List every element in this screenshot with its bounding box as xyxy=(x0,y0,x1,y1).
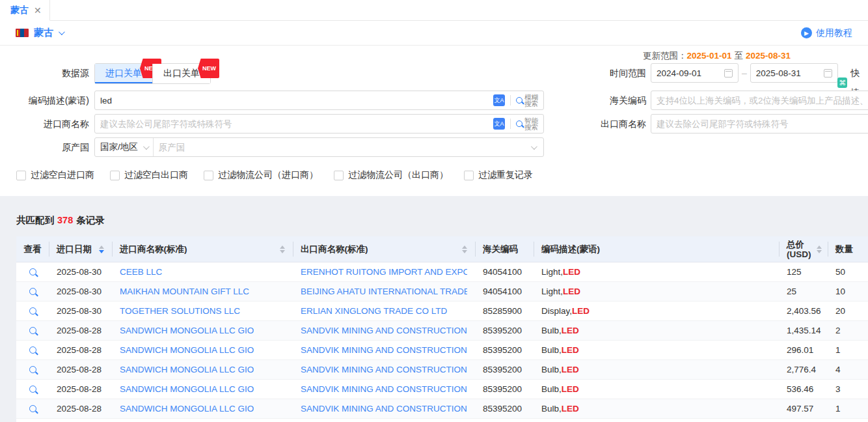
quantity-cell: 4 xyxy=(828,360,868,379)
exporter-link[interactable]: SANDVIK MINING AND CONSTRUCTION L... xyxy=(301,384,467,394)
col-hs-code: 海关编码 xyxy=(475,236,534,262)
exporter-link[interactable]: ERLIAN XINGLONG TRADE CO LTD xyxy=(301,306,447,316)
total-usd-cell: 2,403.56 xyxy=(779,302,828,320)
exporter-link[interactable]: SANDVIK MINING AND CONSTRUCTION L... xyxy=(301,345,467,355)
checkbox-filter-duplicates[interactable]: 过滤重复记录 xyxy=(464,169,533,181)
end-date-input[interactable]: 2025-08-31 xyxy=(750,63,838,83)
search-term-highlight: LED xyxy=(563,267,580,277)
fuzzy-search-label[interactable]: 模糊 搜索 xyxy=(524,94,538,107)
view-search-icon[interactable] xyxy=(29,386,36,393)
importer-link[interactable]: CEEB LLC xyxy=(120,267,162,277)
exporter-link[interactable]: BEIJING AHATU INTERNATIONAL TRADE C... xyxy=(301,287,467,296)
view-search-icon[interactable] xyxy=(29,346,36,354)
quantity-cell: 1 xyxy=(828,341,868,359)
start-date-input[interactable]: 2024-09-01 xyxy=(651,63,739,83)
col-view: 查看 xyxy=(16,236,49,262)
view-cell xyxy=(16,380,49,399)
code-desc-cell: Bulb, LED xyxy=(534,360,779,379)
code-desc-cell: Bulb, LED xyxy=(534,321,779,340)
importer-link[interactable]: SANDWICH MONGOLIA LLC GIO xyxy=(120,365,254,374)
view-search-icon[interactable] xyxy=(29,405,36,412)
table-row: 2025-08-28SANDWICH MONGOLIA LLC GIOSANDV… xyxy=(16,360,868,380)
exporter-name-input[interactable] xyxy=(657,119,868,129)
fuzzy-search-icon[interactable] xyxy=(516,97,522,104)
hs-code-cell: 85395200 xyxy=(475,399,534,418)
sort-control[interactable] xyxy=(457,246,467,253)
new-badge: NEW xyxy=(198,59,219,78)
origin-country-label: 原产国 xyxy=(16,137,89,157)
exporter-link[interactable]: ERENHOT RUITONG IMPORT AND EXPORT ... xyxy=(301,267,467,277)
total-usd-cell: 1,435.14 xyxy=(779,321,828,340)
search-term-highlight: LED xyxy=(572,306,590,316)
chevron-down-icon[interactable] xyxy=(59,29,65,35)
translate-icon[interactable]: 文A xyxy=(493,94,505,106)
table-row: 2025-08-28SANDWICH MONGOLIA LLC GIOSANDV… xyxy=(16,341,868,360)
quantity-cell: 50 xyxy=(828,262,868,281)
exporter-link[interactable]: SANDVIK MINING AND CONSTRUCTION L... xyxy=(301,404,467,414)
checkbox-icon xyxy=(464,171,474,180)
origin-region-select[interactable]: 国家/地区 xyxy=(95,138,154,156)
total-usd-cell: 296.01 xyxy=(779,341,828,359)
code-desc-field: 文A 模糊 搜索 xyxy=(94,91,544,110)
results-area: 共匹配到378条记录 查看 进口日期 进口商名称(标准) 出口商名称(标准) 海… xyxy=(0,196,868,422)
tab-export-declarations[interactable]: 出口关单 NEW xyxy=(152,64,210,83)
total-usd-cell: 497.57 xyxy=(779,399,828,418)
quantity-cell: 2 xyxy=(828,321,868,340)
checkbox-filter-blank-importer[interactable]: 过滤空白进口商 xyxy=(16,169,94,181)
exporter-link[interactable]: SANDVIK MINING AND CONSTRUCTION L... xyxy=(301,326,467,335)
tab-import-declarations[interactable]: 进口关单 NEW xyxy=(95,64,152,83)
translate-icon[interactable]: 文A xyxy=(493,118,505,130)
sort-control[interactable] xyxy=(811,246,822,253)
code-desc-cell: Bulb, LED xyxy=(534,341,779,359)
importer-link[interactable]: SANDWICH MONGOLIA LLC GIO xyxy=(120,326,254,335)
view-search-icon[interactable] xyxy=(29,366,36,373)
view-search-icon[interactable] xyxy=(29,268,36,275)
view-search-icon[interactable] xyxy=(29,288,36,295)
quantity-cell: 20 xyxy=(828,302,868,320)
importer-name-input[interactable] xyxy=(100,119,493,129)
importer-link[interactable]: SANDWICH MONGOLIA LLC GIO xyxy=(120,384,254,394)
code-desc-label: 编码描述(蒙语) xyxy=(16,91,89,110)
hs-code-input[interactable] xyxy=(657,96,868,106)
divider xyxy=(510,119,511,129)
importer-link[interactable]: SANDWICH MONGOLIA LLC GIO xyxy=(120,345,254,355)
origin-country-input[interactable] xyxy=(154,143,531,152)
total-usd-cell: 536.46 xyxy=(779,380,828,399)
importer-link[interactable]: TOGETHER SOLUTIONS LLC xyxy=(120,306,240,316)
tutorial-icon: ▶ xyxy=(801,27,812,38)
table-row: 2025-08-28SANDWICH MONGOLIA LLC GIOSANDV… xyxy=(16,380,868,399)
hs-code-cell: 85395200 xyxy=(475,321,534,340)
view-search-icon[interactable] xyxy=(29,327,36,334)
col-exporter: 出口商名称(标准) xyxy=(293,236,475,262)
table-row: 2025-08-28SANDWICH MONGOLIA LLC GIOSANDV… xyxy=(16,321,868,341)
checkbox-icon xyxy=(204,171,213,180)
view-cell xyxy=(16,341,49,359)
smart-search-label[interactable]: 智能 搜索 xyxy=(524,117,538,131)
importer-link[interactable]: MAIKHAN MOUNTAIN GIFT LLC xyxy=(120,287,249,296)
checkbox-filter-logistics-exporter[interactable]: 过滤物流公司（出口商） xyxy=(334,169,448,181)
search-term-highlight: LED xyxy=(562,384,579,394)
quantity-cell: 3 xyxy=(828,380,868,399)
table-header: 查看 进口日期 进口商名称(标准) 出口商名称(标准) 海关编码 编码描述(蒙语… xyxy=(16,236,868,262)
sort-control[interactable] xyxy=(275,246,285,253)
code-desc-input[interactable] xyxy=(100,96,493,106)
sort-control[interactable] xyxy=(94,246,104,253)
tutorial-link[interactable]: ▶ 使用教程 xyxy=(801,27,852,39)
importer-name-field: 文A 智能 搜索 xyxy=(94,114,544,134)
checkbox-filter-logistics-importer[interactable]: 过滤物流公司（进口商） xyxy=(204,169,318,181)
result-count-line: 共匹配到378条记录 xyxy=(16,214,105,227)
exporter-link[interactable]: SANDVIK MINING AND CONSTRUCTION L... xyxy=(301,365,467,374)
close-icon[interactable]: ✕ xyxy=(34,6,42,15)
smart-search-icon[interactable] xyxy=(516,120,522,127)
importer-link[interactable]: SANDWICH MONGOLIA LLC GIO xyxy=(120,404,254,414)
checkbox-filter-blank-exporter[interactable]: 过滤空白出口商 xyxy=(110,169,188,181)
time-range-label: 时间范围 xyxy=(607,63,646,83)
view-cell xyxy=(16,399,49,418)
table-row: 2025-08-30CEEB LLCERENHOT RUITONG IMPORT… xyxy=(16,262,868,282)
tab-mongolia[interactable]: 蒙古 ✕ xyxy=(0,0,50,21)
view-search-icon[interactable] xyxy=(29,307,36,315)
hs-code-cell: 85285900 xyxy=(475,302,534,320)
update-range: 更新范围：2025-01-01至2025-08-31 xyxy=(643,50,791,62)
hs-code-cell: 94054100 xyxy=(475,262,534,281)
hs-code-field xyxy=(651,91,868,110)
